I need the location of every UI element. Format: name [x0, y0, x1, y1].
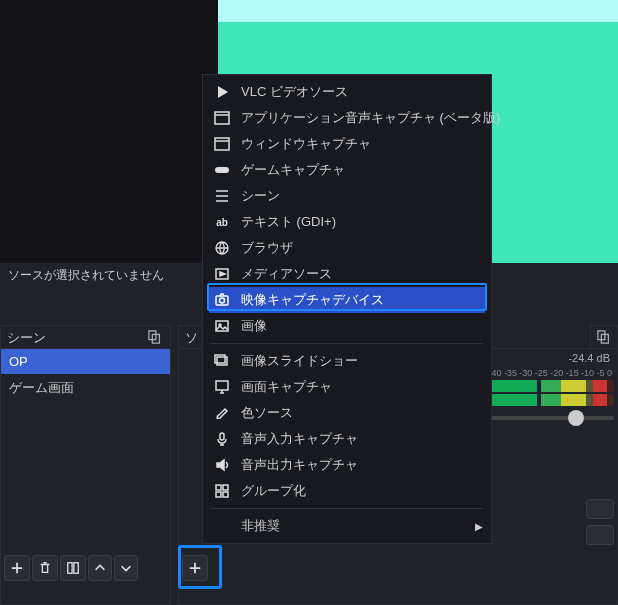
menu-label: 非推奨: [241, 517, 280, 535]
monitor-icon: [213, 378, 231, 396]
db-readout: -24.4 dB: [474, 348, 614, 368]
mixer-extra-button[interactable]: [586, 499, 614, 519]
svg-rect-19: [216, 381, 228, 390]
media-icon: [213, 265, 231, 283]
scene-label: OP: [9, 354, 28, 369]
menu-label: ゲームキャプチャ: [241, 161, 345, 179]
add-source-button[interactable]: [182, 555, 208, 581]
menu-separator: [211, 343, 483, 344]
scenes-title: シーン: [7, 329, 46, 347]
menu-item-browser-source[interactable]: ブラウザ: [203, 235, 491, 261]
menu-label: ブラウザ: [241, 239, 293, 257]
blank-icon: [213, 517, 231, 535]
move-scene-up-button[interactable]: [88, 555, 112, 581]
menu-label: 色ソース: [241, 404, 293, 422]
picture-icon: [213, 317, 231, 335]
menu-item-image-source[interactable]: 画像: [203, 313, 491, 339]
preview-viewport[interactable]: [0, 0, 218, 263]
svg-rect-22: [223, 485, 228, 490]
dock-toggle-icon[interactable]: [148, 330, 164, 346]
menu-label: シーン: [241, 187, 280, 205]
menu-item-media-source[interactable]: メディアソース: [203, 261, 491, 287]
menu-item-scene-source[interactable]: シーン: [203, 183, 491, 209]
move-scene-down-button[interactable]: [114, 555, 138, 581]
menu-label: VLC ビデオソース: [241, 83, 348, 101]
menu-label: 画面キャプチャ: [241, 378, 332, 396]
menu-item-image-slideshow[interactable]: 画像スライドショー: [203, 348, 491, 374]
menu-item-window-capture[interactable]: ウィンドウキャプチャ: [203, 131, 491, 157]
menu-label: テキスト (GDI+): [241, 213, 336, 231]
play-icon: [213, 83, 231, 101]
menu-item-audio-output-capture[interactable]: 音声出力キャプチャ: [203, 452, 491, 478]
audio-mixer: -24.4 dB -5040-35-30-25-20-15-10-50: [474, 348, 614, 420]
menu-separator: [211, 508, 483, 509]
audio-meter: [474, 394, 614, 406]
scene-item[interactable]: OP: [1, 349, 170, 374]
menu-item-video-capture-device[interactable]: 映像キャプチャデバイス: [209, 287, 485, 313]
menu-item-display-capture[interactable]: 画面キャプチャ: [203, 374, 491, 400]
add-scene-button[interactable]: [4, 555, 30, 581]
dock-toggle-icon[interactable]: [597, 330, 611, 346]
menu-label: 画像スライドショー: [241, 352, 358, 370]
svg-rect-7: [215, 138, 229, 150]
preview-canvas-top: [218, 0, 618, 22]
camera-icon: [213, 291, 231, 309]
volume-slider[interactable]: [474, 416, 614, 420]
menu-label: アプリケーション音声キャプチャ (ベータ版): [241, 109, 500, 127]
svg-point-10: [226, 169, 228, 171]
sources-title: ソ: [185, 329, 198, 347]
menu-item-deprecated[interactable]: 非推奨 ▶: [203, 513, 491, 539]
menu-label: 音声出力キャプチャ: [241, 456, 358, 474]
menu-label: メディアソース: [241, 265, 332, 283]
menu-item-text-gdi[interactable]: ab テキスト (GDI+): [203, 209, 491, 235]
svg-rect-24: [223, 492, 228, 497]
svg-rect-6: [215, 112, 229, 124]
menu-item-vlc-source[interactable]: VLC ビデオソース: [203, 79, 491, 105]
audio-meter: [474, 380, 614, 392]
no-source-label: ソースが選択されていません: [8, 267, 164, 284]
menu-label: ウィンドウキャプチャ: [241, 135, 371, 153]
mic-icon: [213, 430, 231, 448]
menu-label: 音声入力キャプチャ: [241, 430, 358, 448]
menu-label: 画像: [241, 317, 267, 335]
chevron-right-icon: ▶: [475, 521, 483, 532]
speaker-icon: [213, 456, 231, 474]
svg-point-14: [220, 298, 225, 303]
menu-label: グループ化: [241, 482, 306, 500]
scenes-panel-header: シーン: [0, 325, 171, 349]
scene-label: ゲーム画面: [9, 380, 74, 395]
svg-rect-15: [216, 321, 228, 331]
scenes-toolbar: [0, 553, 171, 583]
svg-rect-5: [74, 563, 78, 574]
menu-item-game-capture[interactable]: ゲームキャプチャ: [203, 157, 491, 183]
mixer-extra-button[interactable]: [586, 525, 614, 545]
meter-ticks: -5040-35-30-25-20-15-10-50: [474, 368, 614, 378]
svg-rect-20: [220, 433, 224, 440]
scene-filters-button[interactable]: [60, 555, 86, 581]
window-audio-icon: [213, 109, 231, 127]
menu-item-audio-input-capture[interactable]: 音声入力キャプチャ: [203, 426, 491, 452]
svg-rect-4: [68, 563, 72, 574]
menu-item-group-source[interactable]: グループ化: [203, 478, 491, 504]
text-ab-icon: ab: [213, 213, 231, 231]
mixer-panel-header: [590, 325, 618, 349]
window-icon: [213, 135, 231, 153]
scene-item[interactable]: ゲーム画面: [1, 374, 170, 402]
svg-point-9: [224, 169, 226, 171]
remove-scene-button[interactable]: [32, 555, 58, 581]
svg-rect-21: [216, 485, 221, 490]
add-source-menu: VLC ビデオソース アプリケーション音声キャプチャ (ベータ版) ウィンドウキ…: [202, 74, 492, 544]
brush-icon: [213, 404, 231, 422]
scene-icon: [213, 187, 231, 205]
menu-item-app-audio-capture[interactable]: アプリケーション音声キャプチャ (ベータ版): [203, 105, 491, 131]
group-icon: [213, 482, 231, 500]
menu-label: 映像キャプチャデバイス: [241, 291, 384, 309]
sources-toolbar: [178, 553, 212, 583]
globe-icon: [213, 239, 231, 257]
svg-rect-23: [216, 492, 221, 497]
menu-item-color-source[interactable]: 色ソース: [203, 400, 491, 426]
gamepad-icon: [213, 161, 231, 179]
slideshow-icon: [213, 352, 231, 370]
